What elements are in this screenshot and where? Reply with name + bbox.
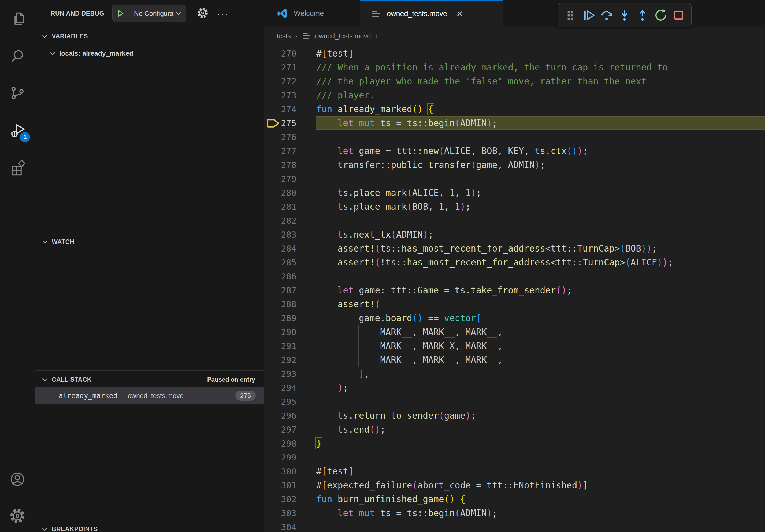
line-gutter[interactable]: 278 bbox=[264, 158, 316, 172]
code-line[interactable]: 281 ts.place_mark(BOB, 1, 1); bbox=[264, 200, 765, 214]
line-gutter[interactable]: 303 bbox=[264, 506, 316, 520]
line-gutter[interactable]: 290 bbox=[264, 325, 316, 339]
code-line[interactable]: 303 let mut ts = ts::begin(ADMIN); bbox=[264, 506, 765, 520]
code-line[interactable]: 282 bbox=[264, 214, 765, 228]
line-gutter[interactable]: 277 bbox=[264, 144, 316, 158]
code-line[interactable]: 302fun burn_unfinished_game() { bbox=[264, 492, 765, 506]
tab-owned-tests[interactable]: owned_tests.move ✕ bbox=[360, 0, 503, 27]
line-gutter[interactable]: 280 bbox=[264, 186, 316, 200]
line-gutter[interactable]: 302 bbox=[264, 492, 316, 506]
code-line[interactable]: 277 let game = ttt::new(ALICE, BOB, KEY,… bbox=[264, 144, 765, 158]
line-gutter[interactable]: 292 bbox=[264, 353, 316, 367]
line-gutter[interactable]: 276 bbox=[264, 130, 316, 144]
code-line[interactable]: 286 bbox=[264, 269, 765, 283]
line-gutter[interactable]: 281 bbox=[264, 200, 316, 214]
line-gutter[interactable]: 284 bbox=[264, 242, 316, 256]
extensions-icon[interactable] bbox=[0, 152, 35, 184]
code-line[interactable]: 297 ts.end(); bbox=[264, 423, 765, 437]
code-line[interactable]: 283 ts.next_tx(ADMIN); bbox=[264, 228, 765, 242]
line-gutter[interactable]: 279 bbox=[264, 172, 316, 186]
code-editor[interactable]: 270#[test]271/// When a position is alre… bbox=[264, 45, 765, 532]
continue-button[interactable] bbox=[581, 8, 596, 23]
explorer-icon[interactable] bbox=[0, 3, 35, 35]
code-line[interactable]: 274fun already_marked() { bbox=[264, 102, 765, 116]
restart-button[interactable] bbox=[653, 8, 668, 23]
watch-section-header[interactable]: WATCH bbox=[35, 235, 264, 249]
code-line[interactable]: 288 assert!( bbox=[264, 297, 765, 311]
code-line[interactable]: 287 let game: ttt::Game = ts.take_from_s… bbox=[264, 283, 765, 297]
code-line[interactable]: 291 MARK__, MARK_X, MARK__, bbox=[264, 339, 765, 353]
line-gutter[interactable]: 301 bbox=[264, 478, 316, 492]
code-line[interactable]: 279 bbox=[264, 172, 765, 186]
line-gutter[interactable]: 275 bbox=[264, 116, 316, 130]
search-icon[interactable] bbox=[0, 40, 35, 72]
line-gutter[interactable]: 273 bbox=[264, 89, 316, 102]
stack-frame-row[interactable]: already_marked owned_tests.move 275 bbox=[35, 387, 264, 404]
locals-scope-row[interactable]: locals: already_marked bbox=[35, 46, 264, 61]
code-line[interactable]: 273/// player. bbox=[264, 89, 765, 102]
toolbar-drag-handle[interactable] bbox=[563, 8, 578, 23]
variables-section-header[interactable]: VARIABLES bbox=[35, 29, 264, 43]
line-gutter[interactable]: 286 bbox=[264, 269, 316, 283]
code-line[interactable]: 285 assert!(!ts::has_most_recent_for_add… bbox=[264, 256, 765, 269]
breadcrumb-file[interactable]: owned_tests.move bbox=[315, 32, 371, 40]
tab-welcome[interactable]: Welcome bbox=[264, 0, 360, 27]
line-gutter[interactable]: 298 bbox=[264, 437, 316, 450]
line-gutter[interactable]: 287 bbox=[264, 283, 316, 297]
source-control-icon[interactable] bbox=[0, 77, 35, 109]
debug-settings-gear-icon[interactable] bbox=[197, 7, 209, 20]
breakpoints-section-header[interactable]: BREAKPOINTS bbox=[35, 522, 264, 532]
step-over-button[interactable] bbox=[599, 8, 614, 23]
code-line[interactable]: 300#[test] bbox=[264, 464, 765, 478]
start-debugging-button[interactable] bbox=[113, 5, 129, 22]
code-line[interactable]: 292 MARK__, MARK__, MARK__, bbox=[264, 353, 765, 367]
code-line[interactable]: 298} bbox=[264, 437, 765, 450]
line-gutter[interactable]: 274 bbox=[264, 102, 316, 116]
line-gutter[interactable]: 270 bbox=[264, 47, 316, 61]
line-gutter[interactable]: 299 bbox=[264, 450, 316, 464]
account-icon[interactable] bbox=[0, 463, 35, 495]
line-gutter[interactable]: 285 bbox=[264, 256, 316, 269]
code-line[interactable]: 299 bbox=[264, 450, 765, 464]
line-gutter[interactable]: 297 bbox=[264, 423, 316, 437]
line-gutter[interactable]: 294 bbox=[264, 381, 316, 395]
code-line[interactable]: 278 transfer::public_transfer(game, ADMI… bbox=[264, 158, 765, 172]
line-gutter[interactable]: 291 bbox=[264, 339, 316, 353]
line-gutter[interactable]: 282 bbox=[264, 214, 316, 228]
code-line[interactable]: 301#[expected_failure(abort_code = ttt::… bbox=[264, 478, 765, 492]
breadcrumb-symbol[interactable]: … bbox=[382, 32, 389, 40]
line-gutter[interactable]: 296 bbox=[264, 409, 316, 423]
breadcrumb-tests[interactable]: tests bbox=[277, 32, 291, 40]
code-line[interactable]: 280 ts.place_mark(ALICE, 1, 1); bbox=[264, 186, 765, 200]
code-line[interactable]: 270#[test] bbox=[264, 47, 765, 61]
code-line[interactable]: 284 assert!(ts::has_most_recent_for_addr… bbox=[264, 242, 765, 256]
line-gutter[interactable]: 295 bbox=[264, 395, 316, 409]
code-line[interactable]: 295 bbox=[264, 395, 765, 409]
current-debug-line[interactable]: 275 let mut ts = ts::begin(ADMIN); bbox=[264, 116, 765, 130]
line-gutter[interactable]: 289 bbox=[264, 311, 316, 325]
line-gutter[interactable]: 293 bbox=[264, 367, 316, 381]
step-into-button[interactable] bbox=[617, 8, 632, 23]
code-line[interactable]: 272/// the player who made the "false" m… bbox=[264, 75, 765, 89]
code-line[interactable]: 294 ); bbox=[264, 381, 765, 395]
close-icon[interactable]: ✕ bbox=[456, 10, 463, 18]
code-line[interactable]: 290 MARK__, MARK__, MARK__, bbox=[264, 325, 765, 339]
run-and-debug-icon[interactable]: 1 bbox=[0, 115, 35, 146]
line-gutter[interactable]: 300 bbox=[264, 464, 316, 478]
code-line[interactable]: 304 bbox=[264, 520, 765, 532]
code-line[interactable]: 276 bbox=[264, 130, 765, 144]
launch-configuration-dropdown[interactable]: No Configura bbox=[112, 5, 186, 22]
line-gutter[interactable]: 288 bbox=[264, 297, 316, 311]
step-out-button[interactable] bbox=[635, 8, 650, 23]
code-line[interactable]: 293 ], bbox=[264, 367, 765, 381]
settings-gear-icon[interactable] bbox=[0, 500, 35, 532]
stop-button[interactable] bbox=[671, 8, 686, 23]
line-gutter[interactable]: 272 bbox=[264, 75, 316, 89]
code-line[interactable]: 296 ts.return_to_sender(game); bbox=[264, 409, 765, 423]
line-gutter[interactable]: 271 bbox=[264, 61, 316, 75]
line-gutter[interactable]: 283 bbox=[264, 228, 316, 242]
code-line[interactable]: 271/// When a position is already marked… bbox=[264, 61, 765, 75]
call-stack-section-header[interactable]: CALL STACK Paused on entry bbox=[35, 372, 264, 387]
more-actions-icon[interactable]: ··· bbox=[217, 8, 229, 19]
code-line[interactable]: 289 game.board() == vector[ bbox=[264, 311, 765, 325]
